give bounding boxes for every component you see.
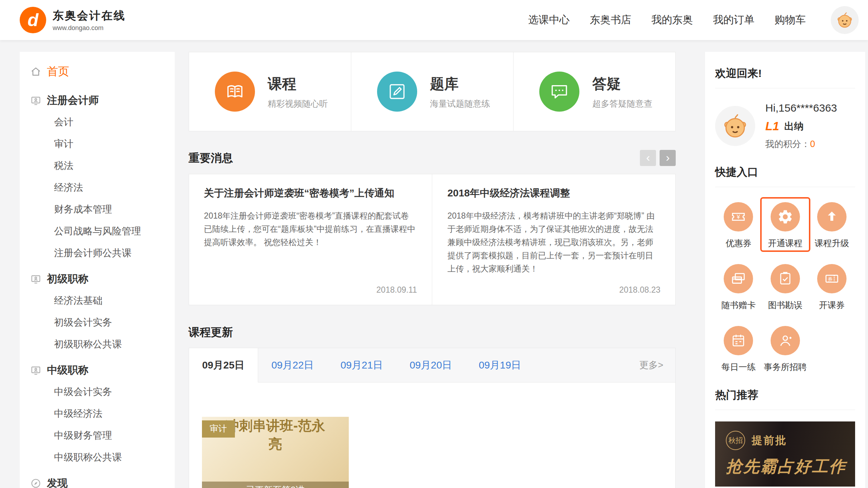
compass-icon (30, 478, 41, 488)
sidebar-section-junior[interactable]: 初级职称 (20, 264, 175, 290)
profile-avatar[interactable] (715, 106, 755, 146)
nav-cart[interactable]: 购物车 (775, 13, 806, 27)
badge-icon (30, 365, 41, 376)
nav-bookstore[interactable]: 东奥书店 (590, 13, 631, 27)
sidebar-item[interactable]: 中级财务管理 (20, 425, 175, 446)
sidebar-item[interactable]: 注册会计师公共课 (20, 242, 175, 264)
quick-activate-course[interactable]: 开通课程 (768, 202, 802, 249)
calendar-icon (724, 326, 753, 355)
course-updates-body: 审计 冲刺串讲班-范永亮 已更新至第9讲 (189, 382, 676, 488)
brand-logo[interactable]: d 东奥会计在线 www.dongao.com (20, 7, 126, 33)
course-tag: 审计 (202, 420, 235, 438)
date-tabs: 09月25日 09月22日 09月21日 09月20日 09月19日 更多> (189, 348, 676, 382)
mascot-avatar-icon (720, 111, 750, 141)
pencil-icon (377, 72, 417, 112)
sidebar-item[interactable]: 中级经济法 (20, 403, 175, 425)
quick-book-errata[interactable]: 图书勘误 (768, 264, 802, 311)
more-link[interactable]: 更多> (639, 359, 675, 371)
promo-tag: 提前批 (752, 433, 787, 448)
sidebar-section-cpa[interactable]: 注册会计师 (20, 86, 175, 111)
section-label: 初级职称 (47, 272, 88, 286)
sidebar-item[interactable]: 初级职称公共课 (20, 333, 175, 355)
promo-banner[interactable]: 秋招 提前批 抢先霸占好工作 (715, 421, 855, 487)
sidebar-item[interactable]: 公司战略与风险管理 (20, 220, 175, 242)
dongao-logo-icon: d (20, 7, 46, 33)
tab-date-3[interactable]: 09月21日 (327, 348, 396, 382)
sidebar-section-discover[interactable]: 发现 (20, 468, 175, 488)
tab-date-1[interactable]: 09月25日 (189, 348, 258, 382)
feature-course[interactable]: 课程 精彩视频随心听 (189, 52, 351, 131)
mascot-avatar-icon (835, 10, 854, 30)
sidebar-item[interactable]: 初级会计实务 (20, 312, 175, 333)
course-updates-heading: 课程更新 (189, 325, 233, 340)
level-title: 出纳 (784, 120, 804, 133)
quick-course-ticket[interactable]: 券 开课券 (817, 264, 847, 311)
user-avatar[interactable] (831, 6, 859, 34)
gear-icon (771, 202, 800, 231)
feature-subtitle: 精彩视频随心听 (268, 98, 328, 109)
sidebar-item[interactable]: 中级会计实务 (20, 381, 175, 403)
nav-my-orders[interactable]: 我的订单 (713, 13, 754, 27)
sidebar-section-intermediate[interactable]: 中级职称 (20, 355, 175, 381)
sidebar-home[interactable]: 首页 (20, 58, 175, 86)
points-label: 我的积分： (765, 139, 810, 149)
chat-icon (539, 72, 579, 112)
news-box: 关于注册会计师逆袭班“密卷模考”上传通知 2018年注册会计师逆袭班“密卷模考”… (189, 174, 676, 305)
feature-cards: 课程 精彩视频随心听 题库 海量试题随意练 (189, 52, 676, 131)
top-nav: 选课中心 东奥书店 我的东奥 我的订单 购物车 (528, 6, 859, 34)
feature-question-bank[interactable]: 题库 海量试题随意练 (351, 52, 513, 131)
sidebar-item[interactable]: 会计 (20, 111, 175, 133)
sidebar-item[interactable]: 经济法 (20, 177, 175, 199)
news-body: 2018年中级经济法，模考精讲班中的主讲老师“郑晓博” 由于老师近期身体不适，为… (447, 209, 660, 275)
news-item[interactable]: 关于注册会计师逆袭班“密卷模考”上传通知 2018年注册会计师逆袭班“密卷模考”… (189, 174, 432, 305)
user-greeting: Hi,156****6363 (765, 102, 837, 114)
welcome-heading: 欢迎回来! (715, 66, 855, 88)
tab-date-5[interactable]: 09月19日 (466, 348, 535, 382)
points-value: 0 (810, 139, 815, 149)
course-updates-box: 09月25日 09月22日 09月21日 09月20日 09月19日 更多> 审… (189, 348, 676, 488)
news-body: 2018年注册会计师逆袭班“密卷模考”直播课程的配套试卷已陆续上传，您可在“题库… (204, 209, 417, 249)
news-item[interactable]: 2018年中级经济法课程调整 2018年中级经济法，模考精讲班中的主讲老师“郑晓… (432, 174, 675, 305)
brand-url: www.dongao.com (53, 24, 126, 32)
sidebar-item[interactable]: 财务成本管理 (20, 199, 175, 220)
profile-card: Hi,156****6363 L1 出纳 我的积分：0 (715, 88, 855, 165)
svg-text:¥: ¥ (737, 214, 741, 220)
course-status: 已更新至第9讲 (202, 482, 349, 488)
promo-title: 抢先霸占好工作 (726, 456, 844, 477)
feature-title: 题库 (430, 74, 490, 94)
course-card[interactable]: 审计 冲刺串讲班-范永亮 已更新至第9讲 (202, 417, 349, 488)
sidebar-item[interactable]: 税法 (20, 155, 175, 177)
quick-gift-cards[interactable]: 随书赠卡 (721, 264, 756, 311)
news-prev-button[interactable]: ‹ (640, 150, 656, 166)
level-badge: L1 (765, 119, 779, 133)
news-title: 2018年中级经济法课程调整 (447, 186, 660, 200)
recruit-icon (771, 326, 800, 355)
sidebar-item[interactable]: 审计 (20, 133, 175, 155)
quick-coupon[interactable]: ¥ 优惠券 (724, 202, 753, 249)
feature-title: 答疑 (592, 74, 652, 94)
news-next-button[interactable]: › (660, 150, 676, 166)
promo-badge: 秋招 (726, 431, 745, 450)
upgrade-icon (817, 202, 847, 231)
svg-text:券: 券 (828, 277, 833, 282)
feature-subtitle: 超多答疑随意查 (592, 98, 652, 109)
tab-date-2[interactable]: 09月22日 (258, 348, 327, 382)
nav-my-dongao[interactable]: 我的东奥 (651, 13, 693, 27)
section-label: 发现 (47, 476, 68, 488)
errata-icon (771, 264, 800, 293)
feature-qa[interactable]: 答疑 超多答疑随意查 (513, 52, 675, 131)
sidebar-item[interactable]: 中级职称公共课 (20, 446, 175, 468)
sidebar-item[interactable]: 经济法基础 (20, 290, 175, 312)
quick-firm-recruiting[interactable]: 事务所招聘 (764, 326, 807, 373)
news-title: 关于注册会计师逆袭班“密卷模考”上传通知 (204, 186, 417, 200)
top-header: d 东奥会计在线 www.dongao.com 选课中心 东奥书店 我的东奥 我… (0, 0, 868, 40)
nav-course-center[interactable]: 选课中心 (528, 13, 570, 27)
quick-daily-practice[interactable]: 每日一练 (721, 326, 756, 373)
tab-date-4[interactable]: 09月20日 (396, 348, 466, 382)
news-heading: 重要消息 (189, 151, 233, 166)
sidebar-home-label: 首页 (47, 64, 69, 79)
home-icon (30, 66, 41, 77)
feature-title: 课程 (268, 74, 328, 94)
badge-icon (30, 274, 41, 284)
quick-course-upgrade[interactable]: 课程升级 (815, 202, 849, 249)
